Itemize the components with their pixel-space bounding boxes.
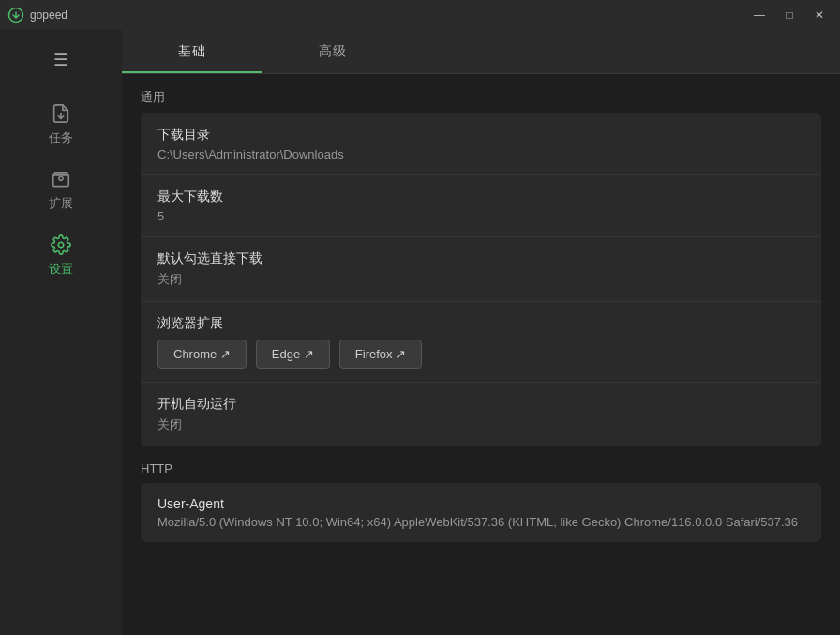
setting-row-browser-extension: 浏览器扩展 Chrome ↗ Edge ↗ Firefox ↗	[141, 302, 821, 383]
menu-button[interactable]: ☰	[42, 43, 80, 77]
content-area: 基础 高级 通用 下载目录 C:\Users\Administrator\Dow…	[122, 30, 840, 635]
edge-button-label: Edge ↗	[272, 347, 314, 361]
setting-row-max-downloads[interactable]: 最大下载数 5	[141, 175, 821, 237]
sidebar-item-tasks-label: 任务	[49, 129, 73, 146]
tab-basic[interactable]: 基础	[122, 30, 262, 73]
auto-start-value: 关闭	[158, 416, 804, 433]
download-dir-value: C:\Users\Administrator\Downloads	[158, 147, 804, 161]
user-agent-label: User-Agent	[158, 496, 804, 511]
browser-buttons: Chrome ↗ Edge ↗ Firefox ↗	[158, 340, 804, 369]
title-bar-left: gopeed	[8, 7, 68, 23]
hamburger-icon: ☰	[53, 50, 68, 70]
tab-advanced[interactable]: 高级	[262, 30, 403, 73]
http-section-title: HTTP	[141, 461, 821, 476]
chrome-button-label: Chrome ↗	[173, 347, 231, 361]
firefox-button-label: Firefox ↗	[355, 347, 406, 361]
extensions-icon	[51, 169, 71, 189]
title-bar: gopeed — □ ✕	[0, 0, 840, 30]
maximize-button[interactable]: □	[776, 6, 802, 24]
sidebar-item-extensions[interactable]: 扩展	[0, 158, 122, 223]
user-agent-value: Mozilla/5.0 (Windows NT 10.0; Win64; x64…	[158, 515, 804, 529]
http-section-card: User-Agent Mozilla/5.0 (Windows NT 10.0;…	[141, 483, 821, 542]
tasks-icon	[51, 103, 71, 124]
sidebar-item-extensions-label: 扩展	[49, 195, 73, 212]
max-downloads-value: 5	[158, 209, 804, 223]
tabs: 基础 高级	[122, 30, 840, 74]
edge-button[interactable]: Edge ↗	[256, 340, 330, 369]
settings-icon	[51, 234, 71, 255]
sidebar-item-tasks[interactable]: 任务	[0, 92, 122, 158]
svg-point-1	[58, 242, 64, 248]
setting-row-default-direct[interactable]: 默认勾选直接下载 关闭	[141, 237, 821, 302]
browser-extension-label: 浏览器扩展	[158, 315, 804, 332]
window-controls: — □ ✕	[746, 6, 832, 24]
sidebar-item-settings-label: 设置	[49, 261, 73, 278]
close-button[interactable]: ✕	[806, 6, 832, 24]
general-section-card: 下载目录 C:\Users\Administrator\Downloads 最大…	[141, 113, 821, 446]
setting-row-user-agent[interactable]: User-Agent Mozilla/5.0 (Windows NT 10.0;…	[141, 483, 821, 542]
app-logo	[8, 7, 24, 23]
default-direct-value: 关闭	[158, 271, 804, 288]
setting-row-download-dir[interactable]: 下载目录 C:\Users\Administrator\Downloads	[141, 113, 821, 175]
download-dir-label: 下载目录	[158, 127, 804, 144]
auto-start-label: 开机自动运行	[158, 396, 804, 413]
sidebar: ☰ 任务 扩展	[0, 30, 122, 635]
minimize-button[interactable]: —	[746, 6, 772, 24]
general-section-title: 通用	[141, 89, 821, 106]
firefox-button[interactable]: Firefox ↗	[339, 340, 422, 369]
chrome-button[interactable]: Chrome ↗	[158, 340, 247, 369]
app-title: gopeed	[30, 8, 68, 22]
settings-scroll-content: 通用 下载目录 C:\Users\Administrator\Downloads…	[122, 74, 840, 635]
max-downloads-label: 最大下载数	[158, 189, 804, 205]
setting-row-auto-start[interactable]: 开机自动运行 关闭	[141, 383, 821, 446]
sidebar-item-settings[interactable]: 设置	[0, 223, 122, 289]
app-body: ☰ 任务 扩展	[0, 30, 840, 635]
default-direct-label: 默认勾选直接下载	[158, 250, 804, 267]
